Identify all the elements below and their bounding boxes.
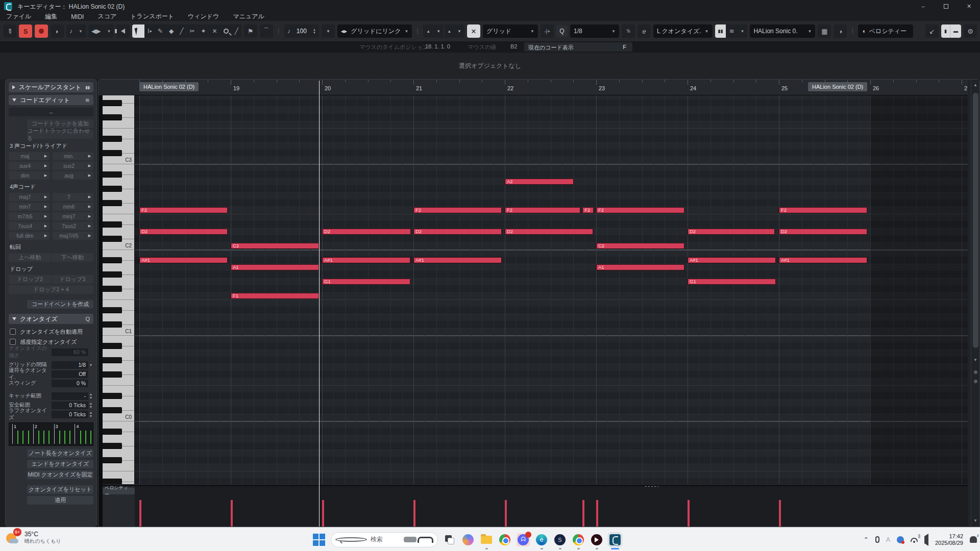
play-chord-arrow[interactable]: ▶: [41, 195, 50, 199]
black-key[interactable]: [103, 257, 122, 263]
play-chord-arrow[interactable]: ▶: [41, 164, 50, 168]
midi-note[interactable]: D2: [505, 229, 593, 235]
chrome-button[interactable]: [498, 533, 511, 546]
scroll-up-arrow[interactable]: ▲: [973, 83, 978, 87]
velocity-bar[interactable]: [596, 500, 598, 527]
midi-note[interactable]: D2: [779, 229, 867, 235]
audition-button[interactable]: [116, 24, 130, 38]
black-key[interactable]: [103, 429, 122, 435]
param-value-field[interactable]: -: [52, 392, 88, 400]
file-explorer-button[interactable]: [480, 533, 493, 546]
part-list-dropdown[interactable]: ▼: [738, 24, 748, 38]
drop-3-button[interactable]: ドロップ3: [52, 275, 94, 284]
weather-widget[interactable]: 9+ 35°C 晴れのちくもり: [5, 530, 61, 545]
multi-part-button[interactable]: ▦: [818, 24, 831, 38]
black-key[interactable]: [103, 407, 122, 413]
chord-minj7[interactable]: minj7▶: [53, 212, 93, 220]
black-key[interactable]: [103, 150, 122, 156]
midi-wheel-button[interactable]: ◑: [834, 24, 847, 38]
insert-velocity-dropdown[interactable]: ▼: [322, 24, 335, 38]
insert-velocity-value[interactable]: 100: [293, 24, 310, 38]
velocity-lane[interactable]: [135, 485, 968, 527]
midi-input-button[interactable]: ⌒: [260, 24, 273, 38]
zoom-menu-arrow[interactable]: ▼: [973, 518, 978, 523]
copilot-button[interactable]: [461, 533, 475, 546]
black-key[interactable]: [103, 136, 122, 142]
midi-note[interactable]: A2: [505, 179, 574, 185]
stepper-icon[interactable]: ▲▼: [88, 411, 93, 418]
apply-quantize-button[interactable]: 適用: [27, 496, 93, 505]
velocity-bar[interactable]: [139, 500, 141, 527]
param-value-field[interactable]: 0 Ticks: [52, 402, 88, 409]
chord-7sus4[interactable]: 7sus4▶: [9, 222, 50, 230]
velocity-bar[interactable]: [779, 500, 781, 527]
select-tool[interactable]: [132, 24, 144, 38]
part-name-label-left[interactable]: HALion Sonic 02 (D): [139, 82, 199, 91]
play-chord-arrow[interactable]: ▶: [41, 214, 50, 218]
transpose-dropdown[interactable]: ▼: [104, 24, 114, 38]
step-input-button[interactable]: ⚑: [244, 24, 257, 38]
menu-window[interactable]: ウィンドウ: [188, 12, 219, 21]
line-tool[interactable]: ╱: [232, 24, 241, 38]
start-button[interactable]: [312, 533, 326, 546]
play-chord-arrow[interactable]: ▶: [41, 224, 50, 228]
volume-icon[interactable]: [924, 536, 928, 543]
quantize-note-length-button[interactable]: ノート長をクオンタイズ: [27, 449, 93, 458]
microphone-icon[interactable]: [875, 536, 879, 543]
maximize-button[interactable]: [935, 0, 958, 12]
cubase-taskbar-button[interactable]: [608, 533, 622, 546]
insert-velocity-stepper[interactable]: ▲▼: [310, 24, 319, 38]
note-grid[interactable]: A2F2F2F2F2F2F2D2D2D2D2D2D2C2C2A#1A#1A#1A…: [135, 95, 968, 484]
midi-note[interactable]: A#1: [139, 257, 228, 263]
play-chord-arrow[interactable]: ▶: [41, 154, 50, 158]
chord-sus4[interactable]: sus4▶: [9, 162, 50, 170]
task-view-button[interactable]: [443, 533, 456, 546]
acoustic-feedback-button[interactable]: ◗: [51, 24, 64, 38]
notification-bell-icon[interactable]: [970, 536, 977, 543]
vertical-scrollbar[interactable]: ▲ ▼ ▼: [971, 80, 979, 527]
midi-note[interactable]: D2: [413, 229, 502, 235]
youtube-music-button[interactable]: [590, 533, 603, 546]
mute-tool[interactable]: ✕: [209, 24, 220, 38]
soft-quantize-checkbox[interactable]: [10, 339, 16, 345]
midi-note[interactable]: A#1: [779, 257, 867, 263]
knife-tool[interactable]: ╱: [177, 24, 186, 38]
lower-zone-toggle[interactable]: ▬: [950, 24, 961, 38]
create-chord-event-button[interactable]: コードイベントを作成: [27, 300, 93, 309]
velocity-bar[interactable]: [688, 500, 690, 527]
edge-button[interactable]: e: [535, 533, 548, 546]
black-key[interactable]: [103, 371, 122, 378]
midi-note[interactable]: G1: [688, 279, 776, 285]
midi-note[interactable]: A#1: [322, 257, 410, 263]
clock-widget[interactable]: 17:42 2025/08/29: [935, 533, 963, 546]
black-key[interactable]: [103, 393, 122, 399]
chord-maj[interactable]: maj▶: [9, 152, 50, 160]
midi-note[interactable]: C2: [231, 243, 319, 249]
glue-tool[interactable]: ✦: [198, 24, 209, 38]
steam-button[interactable]: S: [553, 533, 567, 546]
section-scale-assistant[interactable]: スケールアシスタント ▮▮: [9, 82, 93, 92]
stepper-icon[interactable]: ▲▼: [88, 392, 93, 399]
chord-min-[interactable]: min.▶: [53, 152, 93, 160]
split-tool[interactable]: ✂: [186, 24, 198, 38]
black-key[interactable]: [103, 114, 122, 120]
midi-note[interactable]: D2: [322, 229, 411, 235]
chord-dim[interactable]: dim▶: [9, 171, 50, 180]
pitch-visibility-dropdown[interactable]: ▼: [76, 24, 86, 38]
menu-score[interactable]: スコア: [97, 12, 116, 21]
midi-note[interactable]: A1: [231, 264, 319, 270]
chord-maj7-5[interactable]: maj7/#5▶: [53, 232, 93, 240]
chord-7[interactable]: 7▶: [53, 193, 93, 201]
show-part-borders-button[interactable]: ▮▮: [715, 24, 726, 38]
play-chord-arrow[interactable]: ▶: [41, 173, 50, 178]
play-chord-arrow[interactable]: ▶: [85, 214, 93, 218]
chord-min6[interactable]: min6▶: [53, 203, 93, 211]
midi-note[interactable]: C2: [596, 243, 684, 249]
midi-note[interactable]: F2: [413, 207, 502, 213]
velocity-bar[interactable]: [231, 500, 233, 527]
solo-button[interactable]: S: [19, 24, 32, 38]
chord-7sus2[interactable]: 7sus2▶: [53, 222, 93, 230]
chord-aug[interactable]: aug▶: [53, 171, 93, 180]
black-key[interactable]: [103, 200, 122, 206]
midi-note[interactable]: F2: [596, 207, 684, 213]
